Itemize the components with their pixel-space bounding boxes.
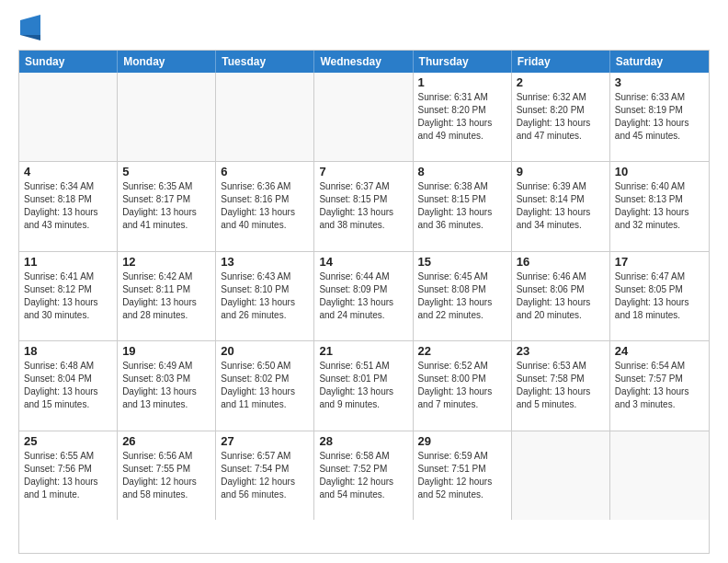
calendar-row: 18Sunrise: 6:48 AM Sunset: 8:04 PM Dayli… (19, 341, 709, 431)
weekday-header: Sunday (19, 51, 118, 73)
svg-marker-0 (20, 15, 40, 35)
calendar-cell: 21Sunrise: 6:51 AM Sunset: 8:01 PM Dayli… (314, 341, 413, 430)
day-number: 4 (24, 165, 112, 178)
day-info: Sunrise: 6:58 AM Sunset: 7:52 PM Dayligh… (319, 450, 407, 501)
day-number: 9 (517, 165, 605, 178)
day-info: Sunrise: 6:36 AM Sunset: 8:16 PM Dayligh… (221, 180, 309, 232)
day-number: 21 (319, 344, 407, 358)
header (18, 15, 710, 40)
day-info: Sunrise: 6:42 AM Sunset: 8:11 PM Dayligh… (122, 270, 210, 322)
calendar-body: 1Sunrise: 6:31 AM Sunset: 8:20 PM Daylig… (19, 73, 709, 520)
day-number: 28 (319, 434, 407, 448)
calendar-cell: 6Sunrise: 6:36 AM Sunset: 8:16 PM Daylig… (216, 162, 314, 250)
calendar-cell: 27Sunrise: 6:57 AM Sunset: 7:54 PM Dayli… (216, 431, 314, 520)
day-info: Sunrise: 6:35 AM Sunset: 8:17 PM Dayligh… (122, 180, 210, 232)
day-info: Sunrise: 6:49 AM Sunset: 8:03 PM Dayligh… (122, 360, 210, 411)
day-info: Sunrise: 6:55 AM Sunset: 7:56 PM Dayligh… (24, 450, 112, 501)
day-number: 19 (122, 344, 210, 358)
calendar-cell: 13Sunrise: 6:43 AM Sunset: 8:10 PM Dayli… (216, 252, 314, 340)
calendar-cell (216, 73, 314, 161)
calendar-cell (19, 73, 118, 161)
day-number: 22 (418, 344, 506, 358)
calendar-cell: 15Sunrise: 6:45 AM Sunset: 8:08 PM Dayli… (414, 252, 512, 340)
day-info: Sunrise: 6:48 AM Sunset: 8:04 PM Dayligh… (24, 360, 112, 411)
day-number: 25 (24, 434, 112, 448)
day-info: Sunrise: 6:51 AM Sunset: 8:01 PM Dayligh… (319, 360, 407, 411)
weekday-header: Wednesday (314, 51, 413, 73)
day-number: 18 (24, 344, 112, 358)
calendar-cell: 9Sunrise: 6:39 AM Sunset: 8:14 PM Daylig… (512, 162, 610, 250)
calendar-cell: 16Sunrise: 6:46 AM Sunset: 8:06 PM Dayli… (512, 252, 610, 340)
calendar-cell: 22Sunrise: 6:52 AM Sunset: 8:00 PM Dayli… (414, 341, 512, 430)
calendar-cell: 7Sunrise: 6:37 AM Sunset: 8:15 PM Daylig… (314, 162, 413, 250)
calendar-cell: 29Sunrise: 6:59 AM Sunset: 7:51 PM Dayli… (414, 431, 512, 520)
calendar-cell: 5Sunrise: 6:35 AM Sunset: 8:17 PM Daylig… (118, 162, 216, 250)
calendar-cell: 12Sunrise: 6:42 AM Sunset: 8:11 PM Dayli… (118, 252, 216, 340)
calendar-cell: 19Sunrise: 6:49 AM Sunset: 8:03 PM Dayli… (118, 341, 216, 430)
calendar-cell: 18Sunrise: 6:48 AM Sunset: 8:04 PM Dayli… (19, 341, 118, 430)
day-number: 15 (418, 255, 506, 269)
day-info: Sunrise: 6:56 AM Sunset: 7:55 PM Dayligh… (122, 450, 210, 501)
weekday-header: Thursday (414, 51, 512, 73)
logo-icon (20, 15, 40, 40)
day-number: 10 (615, 165, 704, 178)
day-number: 8 (418, 165, 506, 178)
day-info: Sunrise: 6:37 AM Sunset: 8:15 PM Dayligh… (319, 180, 407, 232)
day-info: Sunrise: 6:34 AM Sunset: 8:18 PM Dayligh… (24, 180, 112, 232)
day-number: 26 (122, 434, 210, 448)
day-info: Sunrise: 6:43 AM Sunset: 8:10 PM Dayligh… (221, 270, 309, 322)
day-info: Sunrise: 6:53 AM Sunset: 7:58 PM Dayligh… (517, 360, 605, 411)
day-info: Sunrise: 6:41 AM Sunset: 8:12 PM Dayligh… (24, 270, 112, 322)
calendar-cell (314, 73, 413, 161)
calendar-cell (118, 73, 216, 161)
weekday-header: Tuesday (216, 51, 314, 73)
day-info: Sunrise: 6:33 AM Sunset: 8:19 PM Dayligh… (615, 91, 704, 143)
calendar-cell: 2Sunrise: 6:32 AM Sunset: 8:20 PM Daylig… (512, 73, 610, 161)
calendar-row: 11Sunrise: 6:41 AM Sunset: 8:12 PM Dayli… (19, 252, 709, 341)
calendar-cell: 10Sunrise: 6:40 AM Sunset: 8:13 PM Dayli… (610, 162, 709, 250)
day-info: Sunrise: 6:45 AM Sunset: 8:08 PM Dayligh… (418, 270, 506, 322)
calendar-cell: 26Sunrise: 6:56 AM Sunset: 7:55 PM Dayli… (118, 431, 216, 520)
calendar-cell: 28Sunrise: 6:58 AM Sunset: 7:52 PM Dayli… (314, 431, 413, 520)
day-info: Sunrise: 6:57 AM Sunset: 7:54 PM Dayligh… (221, 450, 309, 501)
weekday-header: Saturday (610, 51, 709, 73)
calendar-cell (610, 431, 709, 520)
day-number: 7 (319, 165, 407, 178)
day-number: 2 (517, 75, 605, 89)
calendar-cell: 3Sunrise: 6:33 AM Sunset: 8:19 PM Daylig… (610, 73, 709, 161)
day-number: 29 (418, 434, 506, 448)
calendar-cell: 4Sunrise: 6:34 AM Sunset: 8:18 PM Daylig… (19, 162, 118, 250)
calendar-row: 4Sunrise: 6:34 AM Sunset: 8:18 PM Daylig… (19, 162, 709, 251)
calendar-cell: 11Sunrise: 6:41 AM Sunset: 8:12 PM Dayli… (19, 252, 118, 340)
calendar-cell (512, 431, 610, 520)
day-number: 6 (221, 165, 309, 178)
day-number: 3 (615, 75, 704, 89)
day-number: 11 (24, 255, 112, 269)
day-number: 12 (122, 255, 210, 269)
day-info: Sunrise: 6:59 AM Sunset: 7:51 PM Dayligh… (418, 450, 506, 501)
day-info: Sunrise: 6:39 AM Sunset: 8:14 PM Dayligh… (517, 180, 605, 232)
day-info: Sunrise: 6:52 AM Sunset: 8:00 PM Dayligh… (418, 360, 506, 411)
day-number: 5 (122, 165, 210, 178)
day-info: Sunrise: 6:54 AM Sunset: 7:57 PM Dayligh… (615, 360, 704, 411)
calendar-row: 25Sunrise: 6:55 AM Sunset: 7:56 PM Dayli… (19, 431, 709, 520)
day-info: Sunrise: 6:44 AM Sunset: 8:09 PM Dayligh… (319, 270, 407, 322)
day-number: 17 (615, 255, 704, 269)
day-info: Sunrise: 6:38 AM Sunset: 8:15 PM Dayligh… (418, 180, 506, 232)
day-number: 24 (615, 344, 704, 358)
calendar-cell: 25Sunrise: 6:55 AM Sunset: 7:56 PM Dayli… (19, 431, 118, 520)
day-info: Sunrise: 6:40 AM Sunset: 8:13 PM Dayligh… (615, 180, 704, 232)
calendar-cell: 20Sunrise: 6:50 AM Sunset: 8:02 PM Dayli… (216, 341, 314, 430)
svg-marker-1 (20, 35, 40, 40)
calendar-cell: 17Sunrise: 6:47 AM Sunset: 8:05 PM Dayli… (610, 252, 709, 340)
calendar-cell: 1Sunrise: 6:31 AM Sunset: 8:20 PM Daylig… (414, 73, 512, 161)
day-number: 14 (319, 255, 407, 269)
weekday-header: Friday (512, 51, 610, 73)
day-info: Sunrise: 6:32 AM Sunset: 8:20 PM Dayligh… (517, 91, 605, 143)
day-number: 23 (517, 344, 605, 358)
weekday-header: Monday (118, 51, 216, 73)
calendar-cell: 24Sunrise: 6:54 AM Sunset: 7:57 PM Dayli… (610, 341, 709, 430)
page: SundayMondayTuesdayWednesdayThursdayFrid… (0, 0, 728, 563)
day-number: 13 (221, 255, 309, 269)
calendar-row: 1Sunrise: 6:31 AM Sunset: 8:20 PM Daylig… (19, 73, 709, 162)
